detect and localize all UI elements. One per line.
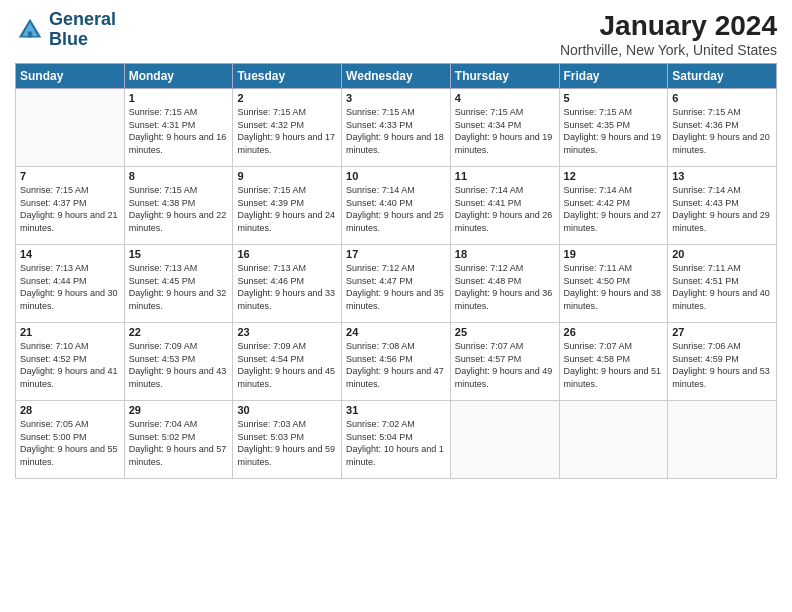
calendar-week-row: 28Sunrise: 7:05 AMSunset: 5:00 PMDayligh… [16, 401, 777, 479]
day-info: Sunrise: 7:10 AMSunset: 4:52 PMDaylight:… [20, 340, 120, 390]
day-number: 7 [20, 170, 120, 182]
calendar-day-cell: 2Sunrise: 7:15 AMSunset: 4:32 PMDaylight… [233, 89, 342, 167]
calendar-day-cell: 3Sunrise: 7:15 AMSunset: 4:33 PMDaylight… [342, 89, 451, 167]
day-number: 9 [237, 170, 337, 182]
day-info: Sunrise: 7:11 AMSunset: 4:50 PMDaylight:… [564, 262, 664, 312]
day-number: 8 [129, 170, 229, 182]
calendar-day-cell: 6Sunrise: 7:15 AMSunset: 4:36 PMDaylight… [668, 89, 777, 167]
day-number: 23 [237, 326, 337, 338]
calendar-day-cell: 22Sunrise: 7:09 AMSunset: 4:53 PMDayligh… [124, 323, 233, 401]
calendar-day-cell: 7Sunrise: 7:15 AMSunset: 4:37 PMDaylight… [16, 167, 125, 245]
day-info: Sunrise: 7:04 AMSunset: 5:02 PMDaylight:… [129, 418, 229, 468]
day-number: 31 [346, 404, 446, 416]
calendar-day-cell: 23Sunrise: 7:09 AMSunset: 4:54 PMDayligh… [233, 323, 342, 401]
day-info: Sunrise: 7:13 AMSunset: 4:44 PMDaylight:… [20, 262, 120, 312]
day-number: 6 [672, 92, 772, 104]
day-number: 20 [672, 248, 772, 260]
calendar-header: SundayMondayTuesdayWednesdayThursdayFrid… [16, 64, 777, 89]
day-number: 15 [129, 248, 229, 260]
calendar-day-cell: 21Sunrise: 7:10 AMSunset: 4:52 PMDayligh… [16, 323, 125, 401]
calendar-day-cell: 11Sunrise: 7:14 AMSunset: 4:41 PMDayligh… [450, 167, 559, 245]
calendar-week-row: 21Sunrise: 7:10 AMSunset: 4:52 PMDayligh… [16, 323, 777, 401]
day-number: 19 [564, 248, 664, 260]
calendar-day-cell [450, 401, 559, 479]
day-of-week-header: Saturday [668, 64, 777, 89]
calendar-week-row: 14Sunrise: 7:13 AMSunset: 4:44 PMDayligh… [16, 245, 777, 323]
day-number: 18 [455, 248, 555, 260]
calendar-day-cell: 19Sunrise: 7:11 AMSunset: 4:50 PMDayligh… [559, 245, 668, 323]
day-number: 11 [455, 170, 555, 182]
calendar-day-cell: 12Sunrise: 7:14 AMSunset: 4:42 PMDayligh… [559, 167, 668, 245]
day-info: Sunrise: 7:06 AMSunset: 4:59 PMDaylight:… [672, 340, 772, 390]
location-title: Northville, New York, United States [560, 42, 777, 58]
day-info: Sunrise: 7:13 AMSunset: 4:46 PMDaylight:… [237, 262, 337, 312]
day-number: 29 [129, 404, 229, 416]
day-number: 4 [455, 92, 555, 104]
day-number: 16 [237, 248, 337, 260]
calendar-day-cell: 18Sunrise: 7:12 AMSunset: 4:48 PMDayligh… [450, 245, 559, 323]
day-of-week-header: Friday [559, 64, 668, 89]
calendar-day-cell: 13Sunrise: 7:14 AMSunset: 4:43 PMDayligh… [668, 167, 777, 245]
day-info: Sunrise: 7:14 AMSunset: 4:43 PMDaylight:… [672, 184, 772, 234]
day-number: 1 [129, 92, 229, 104]
day-info: Sunrise: 7:12 AMSunset: 4:48 PMDaylight:… [455, 262, 555, 312]
day-info: Sunrise: 7:15 AMSunset: 4:36 PMDaylight:… [672, 106, 772, 156]
day-number: 22 [129, 326, 229, 338]
calendar-day-cell: 29Sunrise: 7:04 AMSunset: 5:02 PMDayligh… [124, 401, 233, 479]
day-of-week-header: Tuesday [233, 64, 342, 89]
day-info: Sunrise: 7:13 AMSunset: 4:45 PMDaylight:… [129, 262, 229, 312]
day-number: 30 [237, 404, 337, 416]
calendar-day-cell [16, 89, 125, 167]
logo-line2: Blue [49, 29, 88, 49]
day-number: 24 [346, 326, 446, 338]
day-of-week-header: Monday [124, 64, 233, 89]
header: General Blue January 2024 Northville, Ne… [15, 10, 777, 58]
calendar-day-cell: 16Sunrise: 7:13 AMSunset: 4:46 PMDayligh… [233, 245, 342, 323]
day-info: Sunrise: 7:08 AMSunset: 4:56 PMDaylight:… [346, 340, 446, 390]
calendar-day-cell: 4Sunrise: 7:15 AMSunset: 4:34 PMDaylight… [450, 89, 559, 167]
day-number: 2 [237, 92, 337, 104]
calendar-day-cell: 20Sunrise: 7:11 AMSunset: 4:51 PMDayligh… [668, 245, 777, 323]
page-container: General Blue January 2024 Northville, Ne… [0, 0, 792, 489]
calendar-week-row: 7Sunrise: 7:15 AMSunset: 4:37 PMDaylight… [16, 167, 777, 245]
day-number: 13 [672, 170, 772, 182]
calendar-day-cell: 15Sunrise: 7:13 AMSunset: 4:45 PMDayligh… [124, 245, 233, 323]
calendar-body: 1Sunrise: 7:15 AMSunset: 4:31 PMDaylight… [16, 89, 777, 479]
day-info: Sunrise: 7:09 AMSunset: 4:54 PMDaylight:… [237, 340, 337, 390]
calendar-table: SundayMondayTuesdayWednesdayThursdayFrid… [15, 63, 777, 479]
day-info: Sunrise: 7:15 AMSunset: 4:33 PMDaylight:… [346, 106, 446, 156]
calendar-day-cell: 10Sunrise: 7:14 AMSunset: 4:40 PMDayligh… [342, 167, 451, 245]
day-info: Sunrise: 7:03 AMSunset: 5:03 PMDaylight:… [237, 418, 337, 468]
calendar-day-cell: 28Sunrise: 7:05 AMSunset: 5:00 PMDayligh… [16, 401, 125, 479]
calendar-week-row: 1Sunrise: 7:15 AMSunset: 4:31 PMDaylight… [16, 89, 777, 167]
day-number: 27 [672, 326, 772, 338]
day-info: Sunrise: 7:15 AMSunset: 4:37 PMDaylight:… [20, 184, 120, 234]
day-info: Sunrise: 7:05 AMSunset: 5:00 PMDaylight:… [20, 418, 120, 468]
calendar-day-cell [668, 401, 777, 479]
day-of-week-header: Thursday [450, 64, 559, 89]
day-info: Sunrise: 7:12 AMSunset: 4:47 PMDaylight:… [346, 262, 446, 312]
day-number: 28 [20, 404, 120, 416]
day-number: 5 [564, 92, 664, 104]
day-info: Sunrise: 7:02 AMSunset: 5:04 PMDaylight:… [346, 418, 446, 468]
day-of-week-header: Wednesday [342, 64, 451, 89]
calendar-day-cell: 5Sunrise: 7:15 AMSunset: 4:35 PMDaylight… [559, 89, 668, 167]
day-info: Sunrise: 7:09 AMSunset: 4:53 PMDaylight:… [129, 340, 229, 390]
day-number: 14 [20, 248, 120, 260]
day-info: Sunrise: 7:15 AMSunset: 4:34 PMDaylight:… [455, 106, 555, 156]
calendar-day-cell: 27Sunrise: 7:06 AMSunset: 4:59 PMDayligh… [668, 323, 777, 401]
calendar-day-cell: 1Sunrise: 7:15 AMSunset: 4:31 PMDaylight… [124, 89, 233, 167]
day-info: Sunrise: 7:15 AMSunset: 4:32 PMDaylight:… [237, 106, 337, 156]
day-number: 12 [564, 170, 664, 182]
day-info: Sunrise: 7:15 AMSunset: 4:31 PMDaylight:… [129, 106, 229, 156]
calendar-day-cell: 26Sunrise: 7:07 AMSunset: 4:58 PMDayligh… [559, 323, 668, 401]
day-info: Sunrise: 7:14 AMSunset: 4:40 PMDaylight:… [346, 184, 446, 234]
day-info: Sunrise: 7:11 AMSunset: 4:51 PMDaylight:… [672, 262, 772, 312]
day-number: 3 [346, 92, 446, 104]
day-info: Sunrise: 7:07 AMSunset: 4:58 PMDaylight:… [564, 340, 664, 390]
calendar-day-cell: 25Sunrise: 7:07 AMSunset: 4:57 PMDayligh… [450, 323, 559, 401]
day-number: 21 [20, 326, 120, 338]
day-info: Sunrise: 7:15 AMSunset: 4:39 PMDaylight:… [237, 184, 337, 234]
day-of-week-header: Sunday [16, 64, 125, 89]
calendar-day-cell: 31Sunrise: 7:02 AMSunset: 5:04 PMDayligh… [342, 401, 451, 479]
